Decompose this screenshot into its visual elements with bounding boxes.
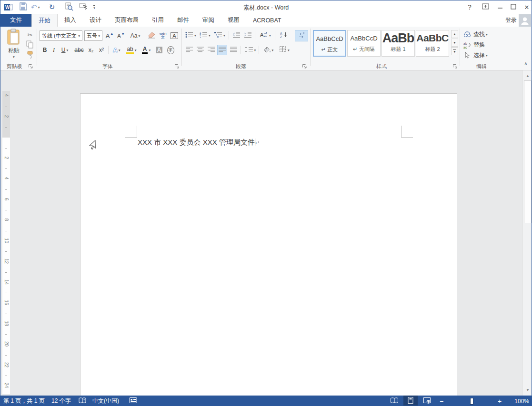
tab-文件[interactable]: 文件: [0, 14, 31, 27]
show-hide-marks-button[interactable]: [295, 30, 308, 41]
collapse-ribbon-button[interactable]: ∧: [522, 61, 530, 69]
copy-button[interactable]: [25, 40, 35, 50]
line-spacing-button[interactable]: ▾: [243, 45, 257, 55]
svg-text:Z: Z: [280, 35, 282, 38]
decrease-indent-button[interactable]: [231, 30, 241, 40]
align-left-button[interactable]: [184, 45, 194, 55]
avatar[interactable]: [519, 14, 531, 27]
scroll-down-button[interactable]: ▼: [524, 386, 532, 394]
text-effects-button[interactable]: A▾: [110, 45, 123, 55]
vertical-scrollbar[interactable]: ▲ ▼: [522, 70, 532, 396]
font-name-select[interactable]: 等线 (中文正文▾: [40, 30, 82, 41]
select-button[interactable]: 选择▾: [462, 50, 488, 60]
borders-button[interactable]: ▾: [277, 45, 291, 55]
font-size-select[interactable]: 五号▾: [84, 30, 102, 41]
language-status[interactable]: 中文(中国): [92, 396, 119, 406]
document-page[interactable]: [80, 93, 457, 396]
shading-button[interactable]: ▾: [261, 45, 275, 55]
ruler-number: 2: [4, 112, 9, 120]
justify-button[interactable]: [217, 45, 227, 55]
vertical-ruler[interactable]: 4224681012141618202224: [2, 91, 10, 394]
sort-button[interactable]: AZ: [278, 30, 290, 40]
style-card-正文[interactable]: AaBbCcD↵ 正文: [313, 30, 346, 57]
tab-开始[interactable]: 开始: [31, 14, 58, 27]
word-count-status[interactable]: 12 个字: [51, 396, 71, 406]
proofing-status[interactable]: [78, 396, 87, 406]
style-card-标题 1[interactable]: AaBb标题 1: [381, 30, 415, 57]
character-shading-button[interactable]: A: [154, 45, 164, 55]
font-dialog-launcher[interactable]: [174, 64, 180, 70]
close-button[interactable]: ✕: [521, 2, 532, 12]
phonetic-guide-button[interactable]: wén文: [158, 30, 168, 41]
paste-dropdown-icon[interactable]: ▾: [3, 55, 24, 59]
body-text-line[interactable]: XXX 市 XXX 委员会 XXX 管理局文件↵: [138, 138, 260, 147]
superscript-button[interactable]: x²: [97, 45, 106, 55]
paste-label: 粘贴: [3, 47, 24, 55]
find-button[interactable]: 查找▾: [462, 30, 488, 39]
paragraph-dialog-launcher[interactable]: [302, 64, 307, 70]
tab-视图[interactable]: 视图: [221, 14, 246, 27]
character-border-button[interactable]: A: [169, 30, 180, 41]
styles-more-button[interactable]: ▼: [451, 47, 458, 55]
asian-layout-button[interactable]: A▾: [258, 30, 273, 40]
help-button[interactable]: ?: [463, 2, 476, 12]
enclose-characters-button[interactable]: 字: [165, 45, 176, 55]
page-number-status[interactable]: 第 1 页，共 1 页: [3, 396, 45, 406]
zoom-out-button[interactable]: −: [440, 396, 443, 406]
text-highlight-button[interactable]: ab▾: [124, 45, 139, 55]
underline-button[interactable]: U▾: [59, 45, 71, 55]
strikethrough-button[interactable]: abc: [73, 45, 85, 55]
cut-button[interactable]: ✂: [25, 30, 35, 40]
tab-ACROBAT[interactable]: ACROBAT: [246, 14, 288, 27]
distribute-button[interactable]: [228, 45, 239, 55]
sign-in-link[interactable]: 登录: [505, 16, 517, 24]
ribbon-display-button[interactable]: [480, 2, 492, 12]
minimize-button[interactable]: [494, 2, 506, 12]
shrink-font-button[interactable]: A▼: [116, 30, 126, 41]
style-card-无间隔[interactable]: AaBbCcD↵ 无间隔: [347, 30, 381, 57]
numbering-button[interactable]: 123▾: [199, 30, 211, 40]
italic-button[interactable]: I: [50, 45, 58, 55]
multilevel-list-button[interactable]: ▾: [213, 30, 227, 40]
font-color-button[interactable]: A▾: [140, 45, 153, 55]
sort-icon: AZ: [280, 31, 288, 40]
svg-text:A: A: [280, 31, 282, 35]
web-layout-button[interactable]: [420, 396, 434, 406]
tab-审阅[interactable]: 审阅: [196, 14, 221, 27]
increase-indent-button[interactable]: [242, 30, 253, 40]
ime-status[interactable]: [129, 396, 137, 406]
replace-button[interactable]: abac替换: [462, 40, 485, 50]
align-center-button[interactable]: [195, 45, 205, 55]
format-painter-button[interactable]: [25, 51, 35, 60]
styles-scroll-up-button[interactable]: ▲: [451, 30, 458, 38]
clear-formatting-button[interactable]: [146, 30, 157, 41]
tab-插入[interactable]: 插入: [58, 14, 83, 27]
paste-button[interactable]: 粘贴 ▾: [3, 29, 24, 61]
tab-邮件[interactable]: 邮件: [171, 14, 196, 27]
document-canvas[interactable]: XXX 市 XXX 委员会 XXX 管理局文件↵ 422468101214161…: [0, 70, 522, 396]
style-preview: AaBbC: [416, 30, 449, 46]
styles-dialog-launcher[interactable]: [452, 64, 458, 70]
clipboard-dialog-launcher[interactable]: [28, 64, 33, 70]
tab-页面布局[interactable]: 页面布局: [108, 14, 145, 27]
style-card-标题 2[interactable]: AaBbC标题 2: [416, 30, 449, 57]
read-mode-button[interactable]: [387, 396, 402, 406]
align-right-button[interactable]: [206, 45, 216, 55]
change-case-button[interactable]: Aa▾: [128, 30, 142, 41]
tab-设计[interactable]: 设计: [83, 14, 108, 27]
maximize-button[interactable]: [507, 2, 520, 12]
zoom-in-button[interactable]: +: [498, 396, 502, 406]
subscript-button[interactable]: x₂: [86, 45, 96, 55]
styles-scroll-down-button[interactable]: ▼: [451, 39, 458, 47]
zoom-slider-thumb[interactable]: [470, 398, 473, 405]
scrollbar-thumb[interactable]: [524, 80, 532, 223]
print-layout-button[interactable]: [403, 396, 418, 406]
bold-button[interactable]: B: [40, 45, 49, 55]
copy-icon: [26, 40, 34, 50]
tab-引用[interactable]: 引用: [145, 14, 171, 27]
zoom-level[interactable]: 100%: [507, 396, 529, 406]
scroll-up-button[interactable]: ▲: [524, 72, 532, 79]
grow-font-button[interactable]: A▲: [104, 30, 115, 41]
bullets-button[interactable]: ▾: [184, 30, 197, 40]
body-text[interactable]: XXX 市 XXX 委员会 XXX 管理局文件: [138, 138, 255, 146]
